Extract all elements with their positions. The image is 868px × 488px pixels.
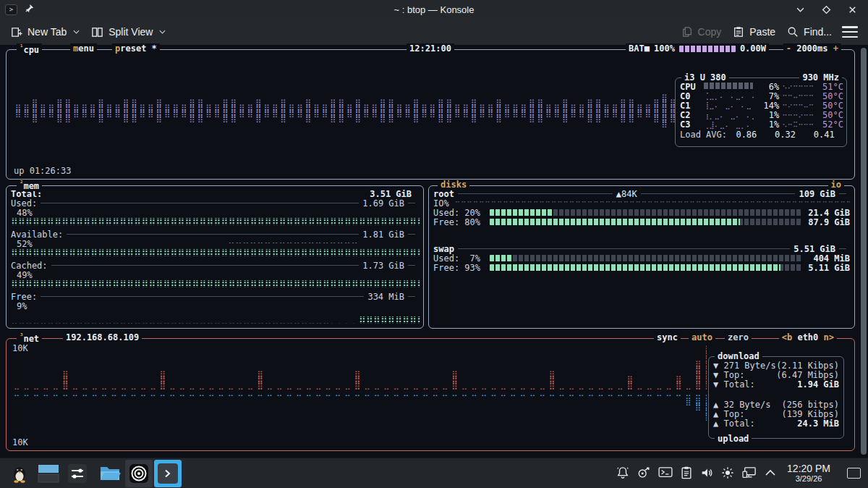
brightness-icon[interactable]: [721, 466, 734, 479]
download-title: download: [715, 351, 762, 361]
terminal-scrollbar[interactable]: [860, 46, 867, 456]
upload-speed-row: ▲ 32 Byte/s(256 bitps): [709, 400, 843, 409]
net-sync-button[interactable]: sync: [654, 332, 681, 342]
download-total-row: ▼ Total:1.94 GiB: [709, 379, 843, 389]
split-view-label: Split View: [109, 26, 153, 38]
split-view-button[interactable]: Split View: [85, 21, 171, 43]
disk-root-io-row: IO% ⠒⠒⠒⠒⠒⠒⠒⠒⠒⠒⠒⠒⠒⠒⠒⠒⠒⠒⠒⠒⠒⠒⠒⠒⠒⠒⠒⠒⠒⠒⠒⠒⠒⠒⠒⠒…: [429, 198, 854, 208]
cpu-info-panel: i3 U 380 930 MHz CPU 6% ⠢⠔⠒⠒⠒⠒ 51°C C0⢈⣀…: [675, 77, 847, 147]
mem-cached-pct: 49%: [7, 270, 423, 279]
disk-root-used-row: Used: 20% 21.4 GiB: [429, 208, 854, 217]
disk-free-meter: [490, 219, 802, 225]
mem-free-pct: 9%: [7, 301, 423, 311]
btop-disks-box: disks io root ▲84K 109 GiB IO% ⠒⠒⠒⠒⠒⠒⠒⠒⠒…: [428, 185, 855, 329]
mem-box-title: ²mem: [17, 180, 42, 191]
btop-cpu-box: ¹cpu menu preset * 12:21:00 BAT■100% 0.0…: [6, 49, 855, 180]
window-titlebar: > ~ : btop — Konsole: [0, 0, 868, 19]
copy-label: Copy: [698, 26, 722, 38]
net-download-graph: ⠀⠀⠀⠀⠀⠀⠀⠀⠀⠀⠀⠀⠀⠀⠀⠀⠀⠀⠀⠀⠀⠀⠀⠀⠀⠀⠀⠀⠀⠀⠀⠀⠀⠀⠀⠀⠀⠀⠀⠀…: [14, 345, 707, 392]
disk-swap-free-row: Free: 93% 5.11 GiB: [429, 263, 854, 272]
copy-button[interactable]: Copy: [676, 21, 728, 43]
net-auto-button[interactable]: auto: [689, 332, 715, 342]
mem-used-pct: 48%: [7, 208, 423, 217]
tux-icon: [12, 464, 27, 483]
settings-app-button[interactable]: [64, 460, 91, 487]
net-zero-button[interactable]: zero: [725, 332, 752, 342]
app-launcher-button[interactable]: [6, 460, 33, 487]
volume-icon[interactable]: [700, 466, 713, 479]
settings-sliders-icon: [67, 463, 88, 484]
yakuake-terminal-icon[interactable]: [658, 467, 673, 479]
disk-root-free-row: Free: 80% 87.9 GiB: [429, 217, 854, 227]
recorder-app-button[interactable]: [125, 460, 153, 487]
net-stats-panel: download upload ▼ 271 Byte/s(2.11 Kibps)…: [708, 356, 844, 439]
pin-icon[interactable]: [25, 4, 34, 15]
show-desktop-button[interactable]: [847, 468, 861, 479]
clipboard-icon[interactable]: [681, 466, 692, 479]
disk-swap-row: swap 5.51 GiB: [429, 244, 854, 253]
net-interface-switcher[interactable]: <b eth0 n>: [779, 332, 837, 342]
disk-used-meter: [490, 209, 802, 216]
share-screen-icon[interactable]: [637, 466, 650, 479]
minimize-button[interactable]: [794, 4, 806, 15]
terminal-area[interactable]: ¹cpu menu preset * 12:21:00 BAT■100% 0.0…: [0, 45, 868, 458]
network-display-icon[interactable]: [742, 466, 757, 479]
disks-io-toggle[interactable]: io: [828, 180, 844, 190]
uptime-label: up 01:26:33: [14, 166, 71, 176]
btop-net-box: ³net 192.168.68.109 sync auto zero <b et…: [6, 338, 855, 451]
cpu-frequency: 930 MHz: [799, 72, 842, 83]
cpu-menu-button[interactable]: menu: [70, 43, 97, 54]
split-view-icon: [91, 26, 103, 38]
disk-root-row: root ▲84K 109 GiB: [429, 189, 854, 198]
battery-status: BAT■100% 0.00W: [626, 43, 769, 54]
close-button[interactable]: [846, 4, 858, 15]
refresh-rate-control[interactable]: - 2000ms +: [783, 43, 841, 54]
konsole-task-button[interactable]: [154, 460, 182, 487]
find-button[interactable]: Find...: [781, 21, 838, 43]
digital-clock[interactable]: 12:20 PM 3/29/26: [784, 463, 833, 483]
disk-io-graph: ⠒⠒⠒⠒⠒⠒⠒⠒⠒⠒⠒⠒⠒⠒⠒⠒⠒⠒⠒⠒⠒⠒⠒⠒⠒⠒⠒⠒⠒⠒⠒⠒⠒⠒⠒⠒⠒⠒⠒⠒…: [455, 200, 850, 207]
cpu-total-row: CPU 6% ⠢⠔⠒⠒⠒⠒ 51°C: [680, 82, 843, 91]
cpu-core-row: C0⢈⣀⡀⠄⠀⠄⣀⠄⠀⠄⡀ 7%⠒⠒⠤⠒⠒⠒ 50°C: [680, 91, 843, 101]
net-upload-graph: ⠒⠒⠒⠒⠒⠒⠒⠒⠒⠒⠒⠒⠒⠒⠒⠒⠒⠒⠒⠒⠒⠒⠒⠒⠒⠒⠒⠒⠒⠒⠒⠒⠒⠒⠒⠒⠒⠒⠒⠒…: [14, 394, 707, 442]
maximize-button[interactable]: [820, 4, 832, 15]
clock-readout: 12:21:00: [407, 43, 454, 54]
pager-icon: [38, 464, 59, 483]
folder-icon: [99, 464, 121, 483]
mem-free-row: Free:334 MiB: [7, 292, 423, 301]
cpu-core-row: C3⢀⣸⠄⣀⠄⠀⣀⡀⠄⠀⠄ 1%⠢⠒⠭⠒⠒⠒ 52°C: [680, 120, 843, 130]
mem-available-graph: ⣿⣿⣿⣿⣿⣿⣿⣿⣿⣿⣿⣿⣿⣿⣿⣿⣿⣿⣿⣿⣿⣿⣿⣿⣿⣿⣿⣿⣿⣿⣿⣿⣿⣿⣿⣿⣿⣿⣿⣿…: [11, 249, 420, 256]
mem-cached-graph: ⣿⣿⣿⣿⣿⣿⣿⣿⣿⣿⣿⣿⣿⣿⣿⣿⣿⣿⣿⣿⣿⣿⣿⣿⣿⣿⣿⣿⣿⣿⣿⣿⣿⣿⣿⣿⣿⣿⣿⣿…: [11, 280, 420, 287]
cpu-core-row: C1⢸⣀⠄⠀⣀⠄⠀⠄⣀⠀⡀ 14%⠒⠔⠒⠒⠤⠒ 50°C: [680, 101, 843, 110]
swap-used-meter: [490, 255, 802, 261]
new-tab-button[interactable]: New Tab: [4, 21, 85, 43]
clock-date: 3/29/26: [787, 474, 830, 483]
search-icon: [787, 26, 799, 38]
tray-expander-chevron-icon[interactable]: [765, 469, 776, 476]
taskbar: 12:20 PM 3/29/26: [0, 458, 868, 488]
net-ip-address: 192.168.68.109: [63, 332, 142, 342]
cpu-preset-button[interactable]: preset *: [112, 43, 160, 54]
paste-button[interactable]: Paste: [727, 21, 781, 43]
disk-swap-used-row: Used: 7% 404 MiB: [429, 253, 854, 263]
battery-meter: [679, 46, 736, 52]
new-tab-caret-icon[interactable]: [73, 30, 80, 34]
disks-box-title: disks: [438, 180, 469, 190]
mem-cached-row: Cached:1.73 GiB: [7, 261, 423, 270]
upload-total-row: ▲ Total:24.3 MiB: [709, 418, 843, 428]
upload-title: upload: [715, 434, 752, 444]
download-top-row: ▼ Top:(6.47 Mibps): [709, 370, 843, 379]
file-manager-button[interactable]: [96, 460, 124, 487]
notifications-bell-icon[interactable]: [616, 466, 629, 479]
scrollbar-thumb[interactable]: [861, 48, 867, 455]
new-tab-icon: [10, 26, 22, 38]
konsole-toolbar: New Tab Split View Copy Paste Find...: [0, 19, 868, 45]
menu-hamburger-icon[interactable]: [842, 26, 858, 38]
mem-total-row: Total:3.51 GiB: [7, 189, 423, 198]
pager-widget[interactable]: [35, 460, 62, 487]
split-view-caret-icon[interactable]: [159, 30, 166, 34]
target-circles-icon: [129, 463, 149, 484]
paste-icon: [733, 26, 744, 38]
konsole-icon: [158, 463, 178, 484]
mem-used-row: Used:1.69 GiB: [7, 198, 423, 208]
